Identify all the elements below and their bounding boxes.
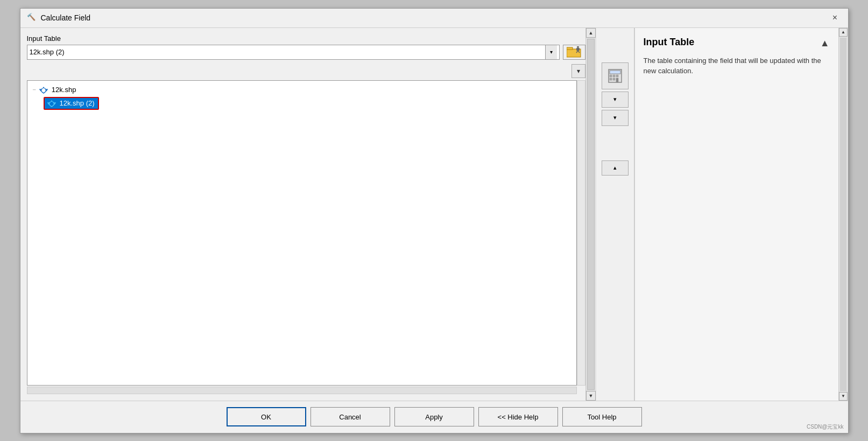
tool-help-button[interactable]: Tool Help — [562, 407, 642, 426]
svg-point-2 — [577, 46, 579, 48]
calculate-field-dialog: 🔨 Calculate Field × Input Table 12k.shp … — [20, 8, 849, 433]
tree-container: ··· 12k.shp — [27, 80, 577, 386]
dropdown-button[interactable]: ▾ — [545, 45, 557, 59]
svg-rect-1 — [567, 47, 573, 50]
tree-item-label-2: 12k.shp (2) — [60, 99, 95, 107]
input-table-value: 12k.shp (2) — [30, 48, 545, 56]
help-scroll-up[interactable]: ▲ — [820, 38, 830, 49]
right-panel: Input Table ▲ The table containing the f… — [634, 28, 838, 401]
svg-rect-3 — [576, 48, 580, 51]
main-content: Input Table 12k.shp (2) ▾ — [20, 28, 848, 401]
input-row: 12k.shp (2) ▾ — [27, 45, 585, 60]
apply-button[interactable]: Apply — [394, 407, 474, 426]
right-panel-header: Input Table ▲ — [644, 37, 830, 49]
list-scroll-down-button[interactable]: ▾ — [571, 64, 585, 78]
calculator-icon — [608, 68, 623, 83]
svg-rect-10 — [616, 75, 618, 77]
watermark: CSDN@元宝kk — [807, 423, 844, 431]
dialog-title: Calculate Field — [41, 13, 91, 22]
main-scroll-down[interactable]: ▼ — [586, 391, 596, 401]
tree-item-label-1: 12k.shp — [52, 86, 76, 94]
svg-rect-11 — [610, 78, 612, 80]
right-scroll-down[interactable]: ▼ — [839, 392, 848, 401]
recycle-icon-1 — [39, 85, 48, 95]
bottom-bar: OK Cancel Apply << Hide Help Tool Help — [20, 401, 848, 433]
svg-rect-12 — [613, 78, 615, 80]
close-button[interactable]: × — [829, 11, 842, 24]
browse-folder-button[interactable] — [563, 45, 585, 60]
dialog-icon: 🔨 — [27, 13, 37, 23]
cancel-button[interactable]: Cancel — [310, 407, 390, 426]
left-panel: Input Table 12k.shp (2) ▾ — [20, 28, 585, 401]
folder-icon — [567, 46, 582, 58]
hide-help-button[interactable]: << Hide Help — [478, 407, 558, 426]
right-scroll-up[interactable]: ▲ — [839, 28, 848, 37]
recycle-icon-2 — [47, 99, 57, 108]
tool-scroll-up[interactable]: ▴ — [602, 160, 629, 176]
svg-rect-9 — [613, 75, 615, 77]
tree-item[interactable]: ··· 12k.shp — [31, 84, 573, 96]
horizontal-scrollbar — [27, 387, 577, 394]
ok-button[interactable]: OK — [227, 407, 306, 426]
chevron-down-button-1[interactable]: ▾ — [602, 92, 629, 108]
input-table-label: Input Table — [27, 34, 585, 43]
svg-rect-7 — [610, 71, 620, 74]
calculator-button[interactable] — [602, 62, 629, 89]
help-title: Input Table — [644, 37, 695, 48]
tree-item-selected[interactable]: 12k.shp (2) — [41, 96, 573, 111]
svg-rect-13 — [616, 78, 618, 82]
svg-rect-8 — [610, 75, 612, 77]
title-bar-left: 🔨 Calculate Field — [27, 13, 91, 23]
selected-row: 12k.shp (2) — [44, 97, 99, 110]
vertical-scrollbar — [577, 80, 585, 386]
chevron-down-button-2[interactable]: ▾ — [602, 110, 629, 126]
tree-dots: ··· — [33, 87, 36, 93]
tool-column: ▾ ▾ ▴ — [596, 28, 634, 401]
help-description: The table containing the field that will… — [644, 55, 830, 76]
title-bar: 🔨 Calculate Field × — [20, 9, 848, 28]
main-scroll-up[interactable]: ▲ — [586, 28, 596, 38]
